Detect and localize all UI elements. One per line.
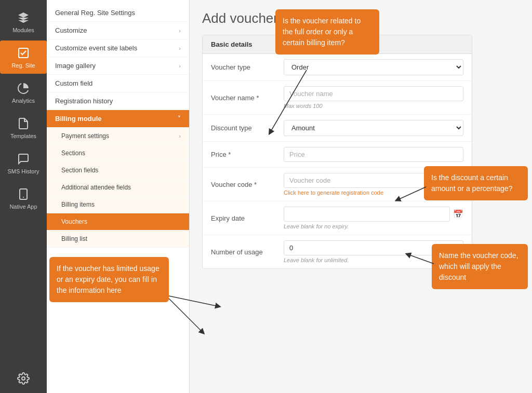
sidebar: Modules Reg. Site Analytics Templates SM… bbox=[0, 0, 47, 393]
main-content: Add voucher Basic details Voucher type O… bbox=[190, 0, 532, 393]
nav-billing-module[interactable]: Billing module ˅ bbox=[47, 110, 189, 128]
chevron-down-icon: ˅ bbox=[178, 115, 181, 122]
nav-customize-labels[interactable]: Customize event site labels › bbox=[47, 39, 189, 57]
nav-billing-items[interactable]: Billing items bbox=[47, 196, 189, 213]
label-expiry-date: Expiry date bbox=[211, 214, 284, 222]
gear-icon bbox=[16, 371, 31, 386]
label-discount-type: Discount type bbox=[211, 124, 284, 132]
document-icon bbox=[16, 116, 31, 131]
nav-reg-history[interactable]: Registration history bbox=[47, 92, 189, 110]
input-discount-type-wrapper: Amount Percentage bbox=[284, 120, 463, 136]
field-expiry-date: Expiry date 📅 Leave blank for no expiry. bbox=[203, 201, 472, 235]
field-number-of-usage: Number of usage Leave blank for unlimite… bbox=[203, 235, 472, 268]
field-voucher-code: Voucher code * Click here to generate re… bbox=[203, 168, 472, 201]
nav-customize[interactable]: Customize › bbox=[47, 22, 189, 39]
input-voucher-code-wrapper: Click here to generate registration code bbox=[284, 173, 463, 196]
expiry-date-hint: Leave blank for no expiry. bbox=[284, 223, 463, 229]
label-voucher-name: Voucher name * bbox=[211, 94, 284, 102]
field-voucher-type: Voucher type Order Billing item bbox=[203, 54, 472, 81]
voucher-type-select[interactable]: Order Billing item bbox=[284, 59, 463, 75]
expiry-date-input[interactable] bbox=[284, 207, 450, 222]
field-price: Price * bbox=[203, 142, 472, 168]
nav-custom-field[interactable]: Custom field bbox=[47, 75, 189, 92]
calendar-icon[interactable]: 📅 bbox=[453, 209, 463, 219]
label-voucher-code: Voucher code * bbox=[211, 181, 284, 188]
page-title: Add voucher bbox=[202, 10, 520, 26]
chevron-right-icon: › bbox=[179, 133, 181, 139]
sidebar-item-analytics[interactable]: Analytics bbox=[0, 76, 47, 109]
label-price: Price * bbox=[211, 151, 284, 158]
mobile-icon bbox=[16, 187, 31, 201]
price-input[interactable] bbox=[284, 147, 463, 162]
sidebar-item-templates[interactable]: Templates bbox=[0, 111, 47, 144]
nav-image-gallery[interactable]: Image gallery › bbox=[47, 57, 189, 75]
chevron-right-icon: › bbox=[179, 28, 181, 34]
sidebar-item-sms-history[interactable]: SMS History bbox=[0, 146, 47, 180]
field-voucher-name: Voucher name * Max words 100 bbox=[203, 81, 472, 115]
nav-sections[interactable]: Sections bbox=[47, 145, 189, 162]
chevron-right-icon: › bbox=[179, 63, 181, 69]
nav-additional-fields[interactable]: Additional attendee fields bbox=[47, 179, 189, 196]
label-voucher-type: Voucher type bbox=[211, 63, 284, 71]
discount-type-select[interactable]: Amount Percentage bbox=[284, 120, 463, 136]
sidebar-item-modules[interactable]: Modules bbox=[0, 5, 47, 38]
input-voucher-name-wrapper: Max words 100 bbox=[284, 86, 463, 109]
svg-point-3 bbox=[22, 377, 25, 380]
sidebar-item-native-app[interactable]: Native App bbox=[0, 182, 47, 215]
field-discount-type: Discount type Amount Percentage bbox=[203, 115, 472, 142]
input-voucher-type-wrapper: Order Billing item bbox=[284, 59, 463, 75]
chat-icon bbox=[16, 152, 31, 166]
voucher-name-input[interactable] bbox=[284, 86, 463, 101]
nav-section-fields[interactable]: Section fields bbox=[47, 162, 189, 179]
nav-general[interactable]: General Reg. Site Settings bbox=[47, 4, 189, 22]
sidebar-item-settings[interactable] bbox=[0, 366, 47, 393]
cube-icon bbox=[16, 10, 31, 25]
label-number-of-usage: Number of usage bbox=[211, 248, 284, 256]
chevron-right-icon: › bbox=[179, 45, 181, 51]
voucher-name-hint: Max words 100 bbox=[284, 103, 463, 109]
chart-pie-icon bbox=[16, 81, 31, 96]
nav-billing-list[interactable]: Billing list bbox=[47, 231, 189, 248]
nav-menu: General Reg. Site Settings Customize › C… bbox=[47, 0, 190, 393]
input-usage-wrapper: Leave blank for unlimited. bbox=[284, 240, 463, 263]
number-of-usage-input[interactable] bbox=[284, 240, 463, 255]
form-section: Basic details Voucher type Order Billing… bbox=[202, 35, 472, 269]
nav-payment-settings[interactable]: Payment settings › bbox=[47, 128, 189, 145]
checkmark-square-icon bbox=[16, 46, 31, 60]
sidebar-item-reg-site[interactable]: Reg. Site bbox=[0, 40, 47, 74]
nav-vouchers[interactable]: Vouchers bbox=[47, 213, 189, 231]
usage-hint: Leave blank for unlimited. bbox=[284, 257, 463, 263]
input-price-wrapper bbox=[284, 147, 463, 162]
input-expiry-wrapper: 📅 Leave blank for no expiry. bbox=[284, 207, 463, 229]
generate-code-link[interactable]: Click here to generate registration code bbox=[284, 189, 463, 196]
section-header: Basic details bbox=[203, 35, 472, 54]
voucher-code-input[interactable] bbox=[284, 173, 463, 188]
